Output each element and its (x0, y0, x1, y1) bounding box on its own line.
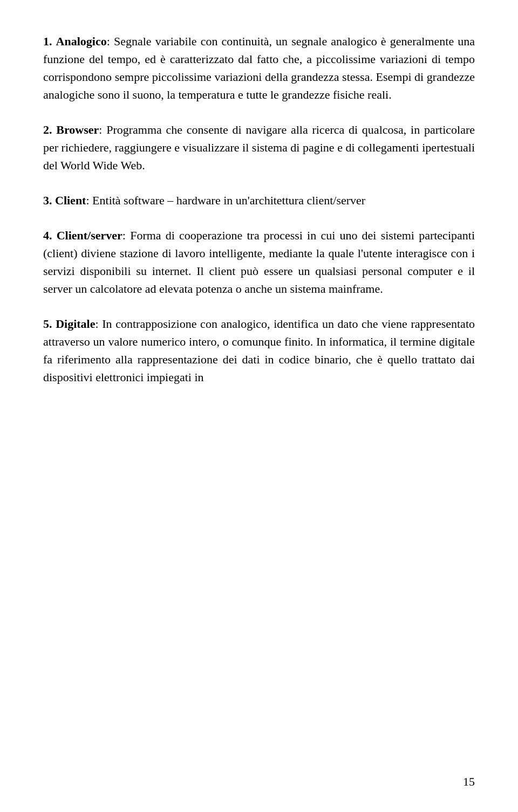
entry-2-separator: : (99, 123, 106, 136)
entry-3-separator: : (86, 194, 92, 207)
entry-digitale: 5. Digitale: In contrapposizione con ana… (43, 315, 475, 386)
entry-5-body: In contrapposizione con analogico, ident… (43, 317, 475, 384)
entry-3-term: Client (55, 194, 86, 207)
entry-client-text: 3. Client: Entità software – hardware in… (43, 191, 475, 209)
entry-4-number: 4. (43, 229, 52, 242)
entry-clientserver: 4. Client/server: Forma di cooperazione … (43, 226, 475, 298)
entry-1-number: 1. (43, 35, 52, 48)
entry-1-term: Analogico (56, 35, 107, 48)
entry-3-body: Entità software – hardware in un'archite… (92, 194, 365, 207)
entry-5-number: 5. (43, 317, 52, 331)
entry-3-number: 3. (43, 194, 52, 207)
entry-1-separator: : (107, 35, 114, 48)
entry-4-term: Client/server (57, 229, 122, 242)
entry-4-separator: : (122, 229, 130, 242)
page-content: 1. Analogico: Segnale variabile con cont… (0, 0, 518, 446)
entry-analogico: 1. Analogico: Segnale variabile con cont… (43, 32, 475, 104)
entry-clientserver-text: 4. Client/server: Forma di cooperazione … (43, 226, 475, 298)
entry-2-term: Browser (56, 123, 99, 136)
entry-analogico-text: 1. Analogico: Segnale variabile con cont… (43, 32, 475, 104)
entry-2-number: 2. (43, 123, 52, 136)
entry-client: 3. Client: Entità software – hardware in… (43, 191, 475, 209)
entry-browser-text: 2. Browser: Programma che consente di na… (43, 121, 475, 174)
entry-5-term: Digitale (56, 317, 95, 331)
entry-2-body: Programma che consente di navigare alla … (43, 123, 475, 172)
page-number: 15 (463, 773, 475, 790)
entry-5-separator: : (95, 317, 102, 331)
entry-digitale-text: 5. Digitale: In contrapposizione con ana… (43, 315, 475, 386)
entry-browser: 2. Browser: Programma che consente di na… (43, 121, 475, 174)
